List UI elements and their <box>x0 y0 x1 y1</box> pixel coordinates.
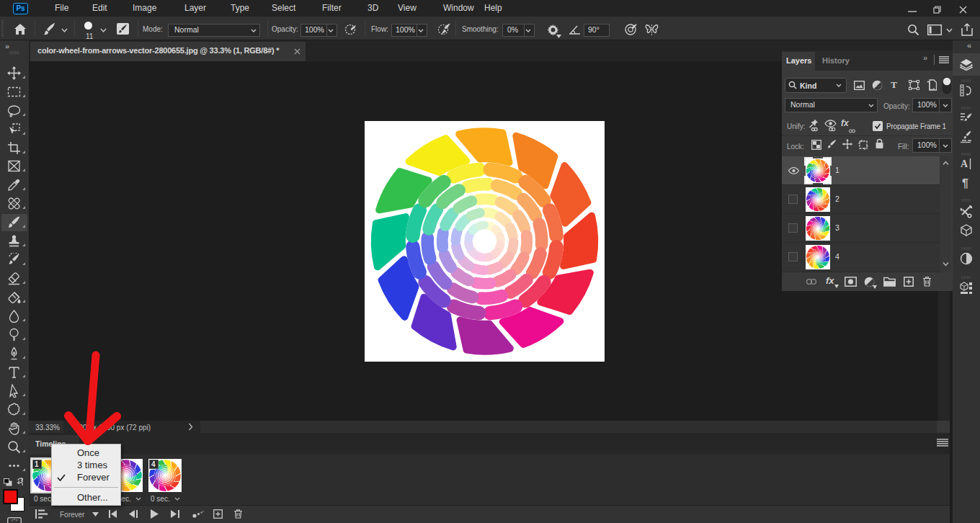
svg-text:A: A <box>961 158 968 169</box>
svg-text:¶: ¶ <box>962 177 968 189</box>
